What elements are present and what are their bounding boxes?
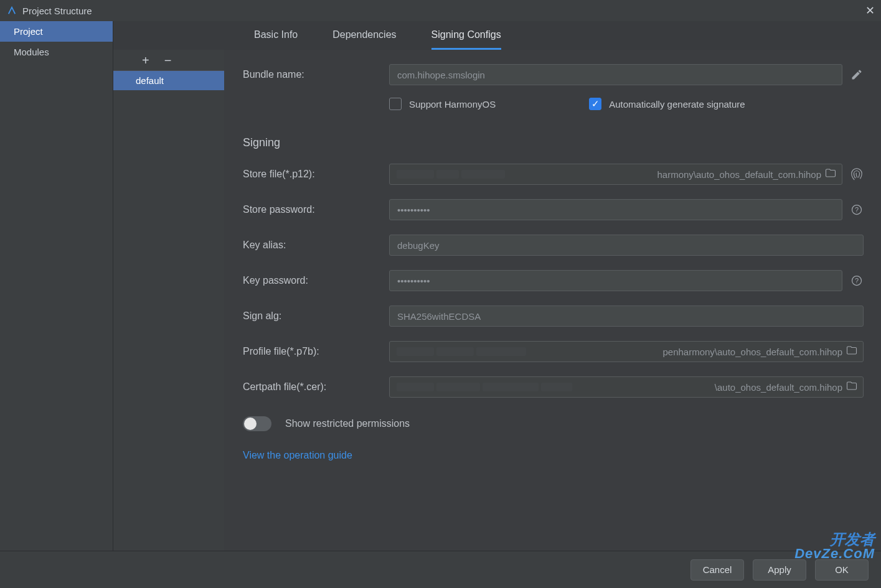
nav-item-modules[interactable]: Modules [0,42,113,62]
app-logo-icon [7,6,16,15]
tab-signing-configs[interactable]: Signing Configs [431,21,501,50]
dialog-footer: Cancel Apply OK [0,551,881,588]
checkbox-checked-icon: ✓ [589,98,601,110]
bundle-name-input[interactable] [389,64,842,85]
store-password-label: Store password: [243,204,389,215]
ok-button[interactable]: OK [815,559,869,581]
config-list-panel: + − default [113,50,224,551]
left-nav: Project Modules [0,21,113,551]
tab-dependencies[interactable]: Dependencies [332,21,396,50]
profile-file-label: Profile file(*.p7b): [243,346,389,357]
folder-icon[interactable] [846,380,857,394]
key-alias-input[interactable] [389,235,864,256]
signing-section-title: Signing [243,136,864,149]
fingerprint-icon[interactable] [850,167,864,181]
tab-basic-info[interactable]: Basic Info [254,21,298,50]
store-file-label: Store file(*.p12): [243,169,389,180]
svg-text:?: ? [855,277,859,284]
window-title: Project Structure [22,6,92,16]
restricted-permissions-label: Show restricted permissions [285,418,410,429]
restricted-permissions-toggle[interactable] [243,416,271,431]
add-config-icon[interactable]: + [142,54,149,67]
cert-file-label: Certpath file(*.cer): [243,381,389,393]
remove-config-icon[interactable]: − [164,54,172,67]
auto-generate-signature-checkbox[interactable]: ✓ Automatically generate signature [589,98,745,110]
edit-icon[interactable] [850,68,864,82]
folder-icon[interactable] [846,345,857,358]
main-form: Bundle name: Support HarmonyOS [224,50,881,551]
sign-alg-label: Sign alg: [243,310,389,322]
config-item-default[interactable]: default [113,71,224,90]
help-icon[interactable]: ? [850,203,864,217]
svg-text:?: ? [855,206,859,213]
nav-item-project[interactable]: Project [0,21,113,42]
titlebar: Project Structure ✕ [0,0,881,21]
folder-icon[interactable] [825,167,836,181]
operation-guide-link[interactable]: View the operation guide [243,450,352,461]
support-harmony-checkbox[interactable]: Support HarmonyOS [389,98,496,110]
bundle-name-label: Bundle name: [243,69,389,80]
key-password-label: Key password: [243,275,389,286]
close-icon[interactable]: ✕ [865,4,875,17]
apply-button[interactable]: Apply [753,559,806,581]
sign-alg-input[interactable] [389,306,864,327]
tabs: Basic Info Dependencies Signing Configs [224,21,881,50]
cancel-button[interactable]: Cancel [690,559,744,581]
store-password-input[interactable] [389,199,842,220]
key-password-input[interactable] [389,270,842,291]
help-icon[interactable]: ? [850,274,864,287]
key-alias-label: Key alias: [243,240,389,251]
checkbox-icon [389,98,402,110]
